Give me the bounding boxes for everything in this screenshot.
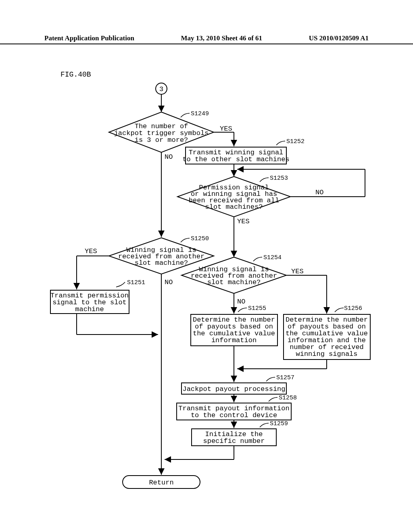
- label-s1253: S1253: [270, 175, 288, 182]
- svg-text:Jackpot payout processing: Jackpot payout processing: [182, 385, 285, 393]
- return-label: Return: [149, 479, 173, 486]
- svg-text:slot machines?: slot machines?: [205, 203, 263, 211]
- svg-text:information: information: [211, 337, 257, 344]
- label-s1251: S1251: [127, 279, 145, 286]
- page-header: Patent Application Publication May 13, 2…: [0, 34, 413, 44]
- connector-3-label: 3: [159, 85, 163, 93]
- header-right: US 2010/0120509 A1: [309, 34, 369, 42]
- label-s1254: S1254: [263, 254, 282, 261]
- figure-label: FIG.40B: [60, 71, 91, 79]
- svg-text:slot machine?: slot machine?: [135, 259, 188, 267]
- yes-s1253: YES: [237, 218, 250, 225]
- svg-text:to the control device: to the control device: [191, 411, 277, 419]
- svg-text:is 3 or more?: is 3 or more?: [135, 136, 188, 144]
- yes-s1249: YES: [220, 125, 232, 133]
- svg-text:to the other slot machines: to the other slot machines: [182, 156, 289, 163]
- svg-text:machine: machine: [75, 305, 104, 313]
- svg-text:winning signals: winning signals: [296, 350, 357, 358]
- label-s1249: S1249: [191, 110, 209, 117]
- no-s1250: NO: [165, 278, 173, 286]
- header-center: May 13, 2010 Sheet 46 of 61: [181, 34, 263, 42]
- label-s1257: S1257: [276, 374, 294, 381]
- label-s1250: S1250: [191, 235, 209, 242]
- label-s1259: S1259: [270, 420, 288, 427]
- no-s1249: NO: [165, 153, 173, 161]
- flowchart: FIG.40B 3 The number of jackpot trigger …: [44, 64, 375, 506]
- no-s1254: NO: [237, 298, 245, 305]
- header-left: Patent Application Publication: [44, 34, 134, 42]
- yes-s1250: YES: [85, 247, 97, 255]
- label-s1252: S1252: [286, 138, 305, 145]
- yes-s1254: YES: [291, 268, 304, 275]
- svg-text:specific number: specific number: [203, 437, 265, 445]
- label-s1255: S1255: [248, 305, 266, 312]
- label-s1258: S1258: [279, 395, 297, 401]
- svg-text:slot machine?: slot machine?: [207, 278, 261, 286]
- label-s1256: S1256: [344, 305, 362, 312]
- no-s1253: NO: [315, 189, 323, 196]
